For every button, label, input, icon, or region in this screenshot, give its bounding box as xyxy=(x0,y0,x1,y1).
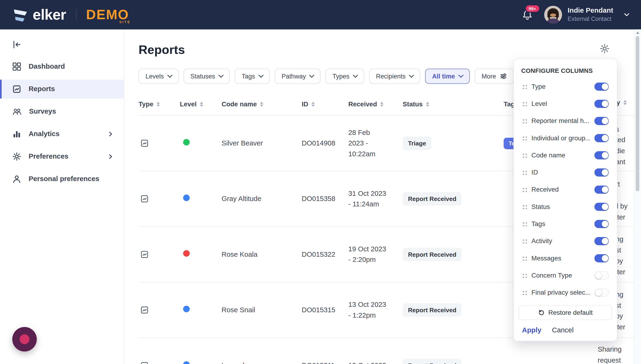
panel-footer: Apply Cancel xyxy=(519,320,612,337)
restore-default-button[interactable]: Restore default xyxy=(519,305,612,320)
collapse-sidebar-button[interactable] xyxy=(12,40,21,49)
column-header[interactable]: Type xyxy=(139,100,180,108)
drag-handle-icon[interactable] xyxy=(522,136,527,140)
filter-button[interactable]: More xyxy=(475,69,514,84)
avatar[interactable] xyxy=(544,6,562,24)
column-config-label: Code name xyxy=(531,152,590,159)
drag-handle-icon[interactable] xyxy=(522,239,527,244)
column-header[interactable]: ID xyxy=(302,100,348,108)
sort-icon xyxy=(312,102,315,106)
filter-button[interactable]: Pathway xyxy=(274,69,320,84)
chevron-down-icon xyxy=(258,72,264,78)
user-menu-chevron-down-icon[interactable] xyxy=(623,11,630,18)
toggle-knob xyxy=(602,135,608,142)
filter-label: All time xyxy=(432,72,455,80)
toggle-switch[interactable] xyxy=(594,237,609,245)
filter-button[interactable]: Levels xyxy=(139,69,179,84)
sort-icon xyxy=(426,102,429,106)
cancel-button[interactable]: Cancel xyxy=(552,326,574,334)
drag-handle-icon[interactable] xyxy=(522,222,527,226)
drag-handle-icon[interactable] xyxy=(522,84,527,89)
configure-columns-button[interactable] xyxy=(599,43,610,54)
toggle-knob xyxy=(602,84,608,90)
sidebar-item-dashboard[interactable]: Dashboard xyxy=(0,57,124,76)
brand[interactable]: elker xyxy=(12,6,66,23)
level-cell xyxy=(180,361,222,364)
id-cell: DO015358 xyxy=(302,195,348,203)
sort-icon xyxy=(200,102,203,106)
drag-handle-icon[interactable] xyxy=(522,118,527,124)
toggle-switch[interactable] xyxy=(594,272,609,280)
received-cell: 12 Oct 2023 xyxy=(348,360,403,364)
toggle-switch[interactable] xyxy=(594,186,609,194)
drag-handle-icon[interactable] xyxy=(522,187,527,192)
sidebar: Dashboard Reports Surveys xyxy=(0,30,124,364)
filter-label: Types xyxy=(332,72,349,80)
status-badge: Report Received xyxy=(403,359,462,364)
toggle-switch[interactable] xyxy=(594,168,609,176)
level-dot xyxy=(183,250,190,257)
filter-button[interactable]: Recipients xyxy=(369,69,420,84)
column-config-label: Final privacy selec... xyxy=(531,289,590,296)
scrollbar-up-arrow-icon xyxy=(636,32,639,34)
drag-handle-icon[interactable] xyxy=(522,153,527,158)
sidebar-item-reports[interactable]: Reports xyxy=(0,80,124,98)
type-cell xyxy=(139,139,180,148)
scrollbar-track[interactable] xyxy=(634,30,641,364)
status-badge: Triage xyxy=(403,136,431,150)
drag-handle-icon[interactable] xyxy=(522,273,527,278)
notifications-button[interactable]: 99+ xyxy=(522,9,532,20)
topbar: elker DEMO SITE 99+ xyxy=(0,0,641,30)
toggle-switch[interactable] xyxy=(594,254,609,262)
column-header-label: ID xyxy=(302,100,308,108)
status-badge: Report Received xyxy=(403,192,462,206)
scrollbar-thumb[interactable] xyxy=(636,36,639,191)
column-header[interactable]: Received xyxy=(348,100,403,108)
column-config-row: Activity xyxy=(519,232,612,250)
chat-fab-button[interactable] xyxy=(12,327,37,352)
drag-handle-icon[interactable] xyxy=(522,170,527,175)
toggle-switch[interactable] xyxy=(594,151,609,160)
report-type-icon xyxy=(140,361,180,364)
level-dot xyxy=(183,139,190,146)
sidebar-item-personal-preferences[interactable]: Personal preferences xyxy=(0,170,124,188)
report-type-icon xyxy=(140,195,180,203)
column-header[interactable]: Code name xyxy=(222,100,302,108)
drag-handle-icon[interactable] xyxy=(522,290,527,295)
sidebar-item-surveys[interactable]: Surveys xyxy=(0,102,124,121)
column-header[interactable]: Level xyxy=(180,100,222,108)
type-cell xyxy=(139,361,180,364)
drag-handle-icon[interactable] xyxy=(522,204,527,209)
toggle-switch[interactable] xyxy=(594,288,609,297)
toggle-switch[interactable] xyxy=(594,202,609,211)
restore-icon xyxy=(538,310,545,316)
toggle-switch[interactable] xyxy=(594,117,609,125)
drag-handle-icon[interactable] xyxy=(522,102,527,106)
apply-button[interactable]: Apply xyxy=(522,326,541,334)
column-header[interactable]: Status xyxy=(403,100,504,108)
sidebar-item-preferences[interactable]: Preferences xyxy=(0,147,124,166)
report-icon xyxy=(12,84,21,94)
level-cell xyxy=(180,195,222,203)
filter-button[interactable]: Tags xyxy=(235,69,270,84)
sidebar-item-analytics[interactable]: Analytics xyxy=(0,124,124,143)
toggle-knob xyxy=(602,118,608,124)
filter-button[interactable]: Types xyxy=(326,69,364,84)
sidebar-item-label: Analytics xyxy=(28,130,60,138)
filter-button[interactable]: All time xyxy=(425,69,470,84)
filter-button[interactable]: Statuses xyxy=(184,69,230,84)
toggle-switch[interactable] xyxy=(594,220,609,228)
table-row[interactable]: Lavender DO015311 12 Oct 2023 Report Rec… xyxy=(139,338,641,364)
toggle-switch[interactable] xyxy=(594,134,609,142)
user-info[interactable]: Indie Pendant External Contact xyxy=(568,6,613,23)
drag-handle-icon[interactable] xyxy=(522,256,527,261)
chevron-down-icon xyxy=(409,72,414,78)
column-config-label: Reporter mental h... xyxy=(531,117,590,124)
toggle-switch[interactable] xyxy=(594,82,609,91)
toggle-switch[interactable] xyxy=(594,100,609,108)
sort-icon xyxy=(260,102,263,106)
brand-name: elker xyxy=(33,6,66,23)
received-cell: 13 Oct 2023 - 1:22pm xyxy=(348,299,403,321)
demo-site-logo: DEMO SITE xyxy=(86,7,132,22)
user-role: External Contact xyxy=(568,15,613,24)
